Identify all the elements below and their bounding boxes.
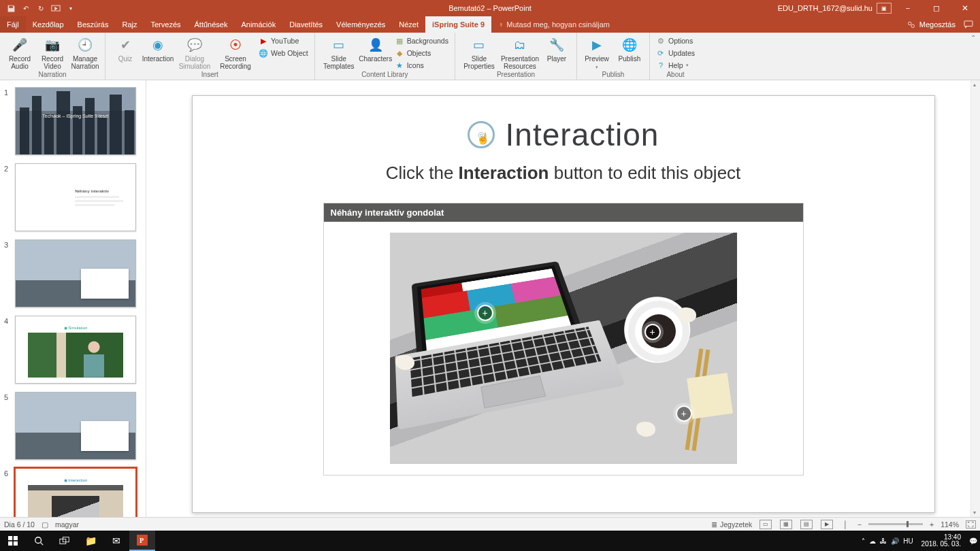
group-insert: ✔︎ Quiz ◉ Interaction 💬 Dialog Simulatio… (105, 33, 315, 80)
onedrive-icon[interactable]: ☁ (869, 537, 876, 545)
slide-sorter-button[interactable]: ▦ (780, 520, 792, 529)
close-button[interactable]: ✕ (953, 0, 977, 16)
tab-ispring[interactable]: iSpring Suite 9 (425, 16, 491, 33)
group-narration: 🎤 Record Audio 📷 Record Video 🕘 Manage N… (0, 33, 105, 80)
system-tray[interactable]: ˄ ☁ 🖧 🔊 HU 13:40 2018. 05. 03. 💬 (862, 534, 980, 548)
svg-rect-5 (14, 536, 18, 540)
thumb-number: 1 (4, 87, 11, 155)
ribbon-tabs: Fájl Kezdőlap Beszúrás Rajz Tervezés Átt… (0, 16, 980, 33)
notes-button[interactable]: ≣ Jegyzetek (711, 520, 752, 529)
youtube-button[interactable]: ▶ YouTube (257, 35, 310, 46)
minimize-button[interactable]: － (896, 0, 920, 16)
slide-properties-button[interactable]: ▭ Slide Properties (459, 34, 499, 70)
characters-button[interactable]: 👤 Characters (360, 34, 391, 63)
volume-icon[interactable]: 🔊 (891, 537, 899, 545)
quiz-button[interactable]: ✔︎ Quiz (110, 34, 141, 63)
tell-me-search[interactable]: ♀ Mutasd meg, hogyan csináljam (491, 16, 617, 33)
file-explorer-button[interactable]: 📁 (78, 531, 103, 551)
language-label[interactable]: magyar (55, 520, 79, 529)
mail-button[interactable]: ✉ (103, 531, 129, 551)
camera-icon: 📷 (43, 35, 62, 54)
slide-scrollbar[interactable] (970, 80, 980, 517)
save-icon[interactable] (5, 3, 16, 14)
slide-thumbnail-6[interactable]: ◉ Interaction (15, 468, 136, 517)
tab-animations[interactable]: Animációk (234, 16, 282, 33)
help-button[interactable]: ? Help ▾ (654, 60, 697, 71)
slide-counter[interactable]: Dia 6 / 10 (4, 520, 35, 529)
tray-overflow-icon[interactable]: ˄ (862, 537, 865, 545)
record-video-button[interactable]: 📷 Record Video (37, 34, 68, 70)
slide-thumbnail-5[interactable] (15, 392, 136, 460)
manage-narration-icon: 🕘 (76, 35, 95, 54)
redo-icon[interactable]: ↻ (35, 3, 46, 14)
start-from-beginning-icon[interactable] (50, 3, 61, 14)
presentation-resources-button[interactable]: 🗂 Presentation Resources (500, 34, 540, 70)
player-button[interactable]: 🔧 Player (541, 34, 572, 63)
interaction-button[interactable]: ◉ Interaction (142, 34, 174, 63)
language-indicator[interactable]: HU (903, 537, 913, 545)
undo-icon[interactable]: ↶ (20, 3, 31, 14)
tab-draw[interactable]: Rajz (115, 16, 144, 33)
tab-insert[interactable]: Beszúrás (71, 16, 116, 33)
fit-to-window-button[interactable]: ⛶ (966, 520, 976, 529)
zoom-in-button[interactable]: + (930, 520, 934, 529)
screen-recording-button[interactable]: ⦿ Screen Recording (216, 34, 255, 70)
svg-point-2 (911, 24, 915, 28)
tab-file[interactable]: Fájl (0, 16, 26, 33)
slide-thumbnail-2[interactable]: Néhány interaktív (15, 163, 136, 231)
task-view-button[interactable] (52, 531, 78, 551)
tab-home[interactable]: Kezdőlap (26, 16, 71, 33)
ribbon-display-options-icon[interactable]: ▣ (877, 3, 892, 14)
normal-view-button[interactable]: ▭ (760, 520, 772, 529)
powerpoint-taskbar-button[interactable]: P (129, 531, 155, 551)
network-icon[interactable]: 🖧 (880, 537, 887, 545)
slide-templates-button[interactable]: ▭ Slide Templates (319, 34, 359, 70)
search-button[interactable] (26, 531, 52, 551)
tab-slideshow[interactable]: Diavetítés (282, 16, 329, 33)
backgrounds-button[interactable]: ▦ Backgrounds (393, 35, 451, 46)
slideshow-button[interactable]: ▶ (821, 520, 833, 529)
thumb-number: 3 (4, 239, 11, 307)
tab-view[interactable]: Nézet (392, 16, 425, 33)
share-button[interactable]: Megosztás (907, 16, 980, 33)
comments-icon[interactable] (964, 20, 973, 29)
record-audio-button[interactable]: 🎤 Record Audio (4, 34, 35, 70)
dialog-simulation-button[interactable]: 💬 Dialog Simulation (175, 34, 214, 70)
publish-button[interactable]: 🌐 Publish (614, 34, 645, 63)
current-slide[interactable]: ◎ Interaction Click the Interaction butt… (192, 95, 935, 513)
tab-review[interactable]: Véleményezés (329, 16, 392, 33)
start-button[interactable] (0, 531, 26, 551)
account-label[interactable]: EDU_DRTH_1672@sulid.hu (778, 4, 872, 12)
hotspot-3[interactable]: + (676, 405, 692, 422)
tab-transitions[interactable]: Áttűnések (188, 16, 235, 33)
hotspot-1[interactable]: + (477, 305, 493, 321)
reading-view-button[interactable]: ▤ (800, 520, 813, 529)
sticky-note-graphic (687, 373, 733, 419)
maximize-button[interactable]: ◻ (924, 0, 949, 16)
icons-button[interactable]: ★ Icons (393, 60, 451, 71)
svg-rect-7 (14, 541, 18, 546)
slide-thumbnails-panel[interactable]: 1 Techwok – iSpring Suite 9 teszt 2 Néhá… (0, 80, 146, 517)
slide-thumbnail-3[interactable] (15, 239, 136, 307)
qat-more-icon[interactable]: ▾ (65, 3, 76, 14)
zoom-slider[interactable] (868, 523, 923, 525)
hotspot-2[interactable]: + (644, 324, 661, 340)
options-button[interactable]: ⚙ Options (654, 35, 697, 46)
slide-thumbnail-1[interactable]: Techwok – iSpring Suite 9 teszt (15, 87, 136, 155)
action-center-icon[interactable]: 💬 (969, 537, 977, 545)
web-object-button[interactable]: 🌐 Web Object (257, 48, 310, 59)
zoom-out-button[interactable]: − (858, 520, 862, 529)
slide-editor[interactable]: ◎ Interaction Click the Interaction butt… (146, 80, 980, 517)
updates-icon: ⟳ (656, 48, 666, 58)
zoom-level[interactable]: 114% (941, 520, 959, 529)
preview-button[interactable]: ▶ Preview ▾ (581, 34, 612, 69)
spellcheck-icon[interactable]: ▢ (42, 520, 48, 529)
manage-narration-button[interactable]: 🕘 Manage Narration (69, 34, 101, 70)
slide-thumbnail-4[interactable]: ◉ Simulation (15, 316, 136, 384)
tab-design[interactable]: Tervezés (144, 16, 187, 33)
thumb-row: 3 (4, 239, 144, 307)
updates-button[interactable]: ⟳ Updates (654, 48, 697, 59)
laptop-graphic: TECHWOK (411, 255, 653, 425)
objects-button[interactable]: ◆ Objects (393, 48, 451, 59)
clock[interactable]: 13:40 2018. 05. 03. (917, 534, 965, 548)
